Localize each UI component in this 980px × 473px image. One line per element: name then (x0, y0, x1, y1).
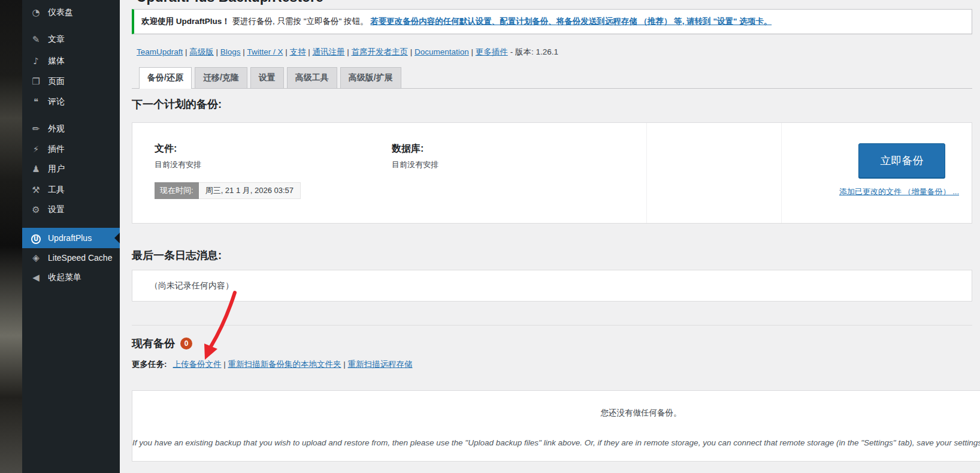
sidebar-item-label: 外观 (48, 123, 65, 134)
litespeed-icon: ◈ (30, 252, 42, 263)
database-label: 数据库: (392, 143, 424, 155)
welcome-notice-text: 要进行备份, 只需按 "立即备份" 按钮。 (230, 17, 371, 26)
plugin-links-row: TeamUpdraft高级版BlogsTwitter / X支持通讯注册首席开发… (137, 47, 558, 58)
link-documentation[interactable]: Documentation (415, 47, 469, 56)
dashboard-icon: ◔ (30, 7, 42, 18)
wrench-icon: ⚒ (30, 185, 42, 195)
sidebar-item-users[interactable]: ♟用户 (22, 159, 120, 179)
existing-backups-heading: 现有备份0 (132, 336, 192, 351)
link-more-plugins[interactable]: 更多插件 (476, 47, 508, 56)
tab-backup-restore[interactable]: 备份/还原 (139, 67, 192, 89)
pin-icon: ✎ (30, 34, 42, 45)
pages-icon: ❐ (30, 76, 42, 87)
files-status: 目前没有安排 (155, 159, 201, 170)
tab-bar: 备份/还原迁移/克隆设置高级工具高级版/扩展 (139, 67, 404, 89)
media-icon: ♪ (30, 56, 42, 67)
more-tasks-label: 更多任务: (132, 360, 167, 369)
sidebar-item-litespeed-cache[interactable]: ◈LiteSpeed Cache (22, 248, 120, 268)
sidebar-item-collapse-menu[interactable]: ◀收起菜单 (22, 267, 120, 288)
incremental-backup-link[interactable]: 添加已更改的文件 （增量备份） ... (839, 186, 959, 197)
brush-icon: ✏ (30, 123, 42, 134)
panel-divider (646, 123, 647, 223)
plug-icon: ⚡ (30, 144, 42, 155)
tab-premium-extensions[interactable]: 高级版/扩展 (340, 67, 401, 88)
updraftplus-admin-screen: ◔仪表盘 ✎文章 ♪媒体 ❐页面 ❝评论 ✏外观 ⚡插件 ♟用户 ⚒工具 ⚙设置… (0, 0, 980, 473)
sidebar-item-dashboard[interactable]: ◔仪表盘 (22, 2, 120, 23)
sidebar-item-posts[interactable]: ✎文章 (22, 29, 120, 50)
link-rescan-remote-storage[interactable]: 重新扫描远程存储 (348, 360, 413, 369)
time-now-value: 周三, 21 1 月, 2026 03:57 (199, 182, 301, 199)
link-teamupdraft[interactable]: TeamUpdraft (137, 47, 183, 56)
files-label: 文件: (155, 143, 177, 155)
sidebar-item-label: 设置 (48, 204, 65, 215)
more-tasks-row: 更多任务:上传备份文件重新扫描新备份集的本地文件夹重新扫描远程存储 (132, 359, 413, 370)
tab-settings[interactable]: 设置 (250, 67, 284, 88)
settings-tab-link[interactable]: 若要更改备份内容的任何默认设置、配置计划备份、将备份发送到远程存储 （推荐） 等… (370, 17, 772, 26)
sidebar-item-label: LiteSpeed Cache (48, 253, 112, 263)
sidebar-item-tools[interactable]: ⚒工具 (22, 180, 120, 200)
link-rescan-local-folder[interactable]: 重新扫描新备份集的本地文件夹 (228, 360, 341, 369)
time-now-label: 现在时间: (155, 182, 199, 199)
sidebar-item-label: 媒体 (48, 56, 65, 67)
sidebar-item-label: 用户 (48, 164, 65, 174)
desktop-background (0, 0, 22, 473)
link-lead-developer[interactable]: 首席开发者主页 (351, 47, 408, 56)
sidebar-item-label: 页面 (48, 76, 65, 87)
version-text: - 版本: 1.26.1 (510, 47, 558, 56)
tab-migrate-clone[interactable]: 迁移/克隆 (195, 67, 247, 88)
page-title: UpdraftPlus Backup/Restore (137, 0, 323, 5)
sidebar-item-comments[interactable]: ❝评论 (22, 92, 120, 112)
upload-help-text: If you have an existing backup that you … (132, 438, 980, 447)
next-backup-heading: 下一个计划的备份: (132, 97, 222, 112)
admin-sidebar: ◔仪表盘 ✎文章 ♪媒体 ❐页面 ❝评论 ✏外观 ⚡插件 ♟用户 ⚒工具 ⚙设置… (22, 0, 120, 473)
sidebar-item-plugins[interactable]: ⚡插件 (22, 139, 120, 159)
link-twitter[interactable]: Twitter / X (247, 47, 283, 56)
link-blogs[interactable]: Blogs (220, 47, 241, 56)
link-upload-backup-files[interactable]: 上传备份文件 (173, 360, 222, 369)
section-divider (132, 325, 972, 326)
existing-backups-title: 现有备份 (132, 338, 175, 350)
sidebar-item-label: UpdraftPlus (48, 233, 92, 243)
sidebar-item-settings[interactable]: ⚙设置 (22, 200, 120, 220)
last-log-message: （尚未记录任何内容） (150, 281, 234, 291)
last-log-heading: 最后一条日志消息: (132, 248, 222, 263)
time-now: 现在时间:周三, 21 1 月, 2026 03:57 (155, 182, 301, 199)
existing-backups-panel: 您还没有做任何备份。 If you have an existing backu… (132, 390, 980, 462)
link-premium[interactable]: 高级版 (189, 47, 214, 56)
next-backup-panel: 文件: 目前没有安排 数据库: 目前没有安排 现在时间:周三, 21 1 月, … (132, 122, 972, 224)
link-newsletter[interactable]: 通讯注册 (312, 47, 344, 56)
link-support[interactable]: 支持 (289, 47, 306, 56)
backup-count-badge: 0 (180, 338, 192, 350)
sidebar-item-media[interactable]: ♪媒体 (22, 51, 120, 71)
sidebar-item-label: 文章 (48, 34, 65, 45)
welcome-notice-bold: 欢迎使用 UpdraftPlus！ (141, 17, 230, 26)
sidebar-item-pages[interactable]: ❐页面 (22, 71, 120, 92)
updraftplus-icon: U (30, 233, 42, 244)
comments-icon: ❝ (30, 97, 42, 107)
tab-advanced-tools[interactable]: 高级工具 (287, 67, 337, 88)
sidebar-item-label: 收起菜单 (48, 272, 81, 283)
no-backups-message: 您还没有做任何备份。 (132, 408, 980, 418)
backup-now-button[interactable]: 立即备份 (858, 143, 945, 178)
sidebar-item-appearance[interactable]: ✏外观 (22, 119, 120, 139)
panel-divider (781, 123, 782, 223)
last-log-panel: （尚未记录任何内容） (132, 270, 972, 302)
users-icon: ♟ (30, 164, 42, 174)
sidebar-item-label: 工具 (48, 185, 65, 195)
sidebar-item-label: 评论 (48, 97, 65, 107)
database-status: 目前没有安排 (392, 159, 438, 170)
collapse-menu-icon: ◀ (30, 272, 42, 283)
welcome-notice: 欢迎使用 UpdraftPlus！ 要进行备份, 只需按 "立即备份" 按钮。 … (132, 9, 972, 34)
gear-icon: ⚙ (30, 204, 42, 215)
sidebar-item-label: 插件 (48, 144, 65, 155)
sidebar-item-label: 仪表盘 (48, 7, 73, 18)
sidebar-item-updraftplus[interactable]: UUpdraftPlus (22, 228, 120, 248)
